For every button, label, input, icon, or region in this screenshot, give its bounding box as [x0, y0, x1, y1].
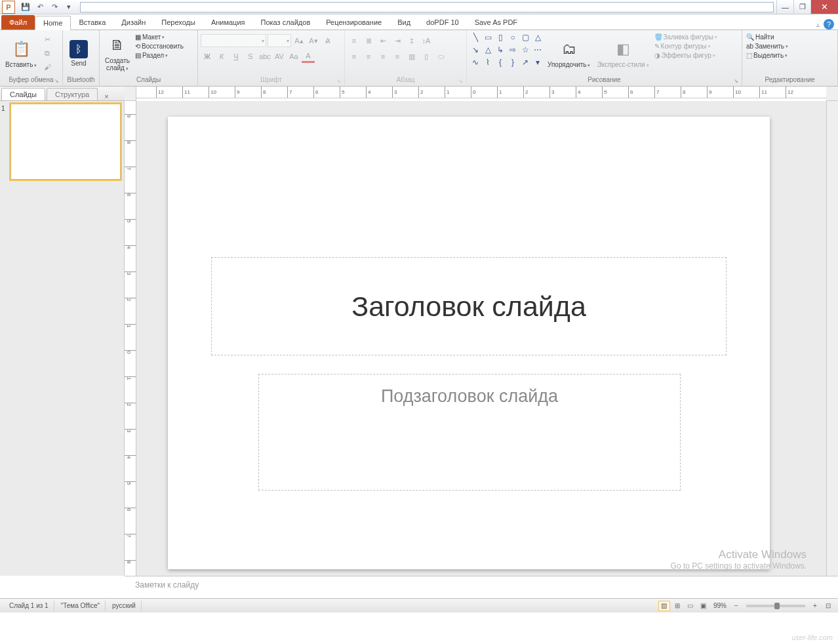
grow-font-icon[interactable]: A▴: [292, 34, 306, 47]
zoom-thumb[interactable]: [774, 603, 780, 609]
view-slideshow-icon[interactable]: ▣: [698, 601, 709, 611]
zoom-slider[interactable]: [746, 605, 805, 607]
minimize-button[interactable]: —: [776, 0, 793, 14]
shape-curve-icon[interactable]: ∿: [469, 56, 481, 68]
strike-icon[interactable]: S: [244, 50, 257, 63]
numbering-icon[interactable]: ≣: [362, 34, 375, 47]
shape-free-icon[interactable]: ⌇: [482, 56, 494, 68]
shape-rect2-icon[interactable]: ▯: [494, 31, 506, 43]
redo-icon[interactable]: ↷: [49, 1, 60, 13]
canvas-area[interactable]: Заголовок слайда Подзаголовок слайда Act…: [136, 101, 826, 576]
ruler-horizontal[interactable]: 1211109876543210123456789101112: [136, 87, 826, 98]
reset-button[interactable]: ⟲ Восстановить: [134, 42, 185, 50]
thumbnail-preview[interactable]: [10, 104, 121, 180]
clipboard-dialog-icon[interactable]: ↘: [54, 78, 61, 85]
tab-savepdf[interactable]: Save As PDF: [467, 15, 525, 30]
shape-brace2-icon[interactable]: }: [507, 56, 519, 68]
save-icon[interactable]: 💾: [20, 1, 31, 13]
pane-close-icon[interactable]: ×: [102, 92, 111, 100]
shape-tri2-icon[interactable]: △: [482, 44, 494, 56]
align-text-icon[interactable]: ▯: [420, 50, 433, 63]
tab-insert[interactable]: Вставка: [71, 15, 113, 30]
font-color-icon[interactable]: A: [302, 50, 315, 63]
bold-icon[interactable]: Ж: [201, 50, 214, 63]
tab-home[interactable]: Home: [35, 16, 71, 30]
shape-rect-icon[interactable]: ▭: [482, 31, 494, 43]
title-input[interactable]: [80, 2, 774, 12]
italic-icon[interactable]: К: [215, 50, 228, 63]
shape-effects-button[interactable]: ◑Эффекты фигур: [653, 51, 719, 60]
bullets-icon[interactable]: ≡: [348, 34, 361, 47]
maximize-button[interactable]: ❐: [793, 0, 810, 14]
tab-animations[interactable]: Анимация: [203, 15, 253, 30]
tab-transitions[interactable]: Переходы: [153, 15, 203, 30]
title-placeholder[interactable]: Заголовок слайда: [211, 257, 727, 355]
font-dialog-icon[interactable]: ↘: [336, 78, 343, 85]
shape-arrow2-icon[interactable]: ⇨: [507, 44, 519, 56]
copy-icon[interactable]: ⧉: [41, 47, 54, 60]
select-button[interactable]: ⬚Выделить: [745, 51, 789, 60]
vertical-scrollbar[interactable]: [826, 101, 838, 576]
shape-tri-icon[interactable]: △: [532, 31, 544, 43]
tab-slideshow[interactable]: Показ слайдов: [253, 15, 319, 30]
zoom-in-icon[interactable]: +: [809, 601, 821, 611]
status-theme[interactable]: "Тема Office": [56, 601, 106, 611]
notes-pane[interactable]: Заметки к слайду: [125, 576, 838, 598]
underline-icon[interactable]: Ч: [229, 50, 243, 63]
drawing-dialog-icon[interactable]: ↘: [734, 78, 740, 85]
indent-inc-icon[interactable]: ⇥: [391, 34, 404, 47]
tab-design[interactable]: Дизайн: [113, 15, 153, 30]
subtitle-placeholder[interactable]: Подзаголовок слайда: [258, 374, 681, 491]
status-language[interactable]: русский: [107, 601, 142, 611]
replace-button[interactable]: abЗаменить: [745, 42, 789, 50]
layout-button[interactable]: ▦ Макет: [134, 33, 185, 41]
tab-review[interactable]: Рецензирование: [318, 15, 389, 30]
qat-customize-icon[interactable]: ▾: [63, 1, 75, 13]
indent-dec-icon[interactable]: ⇤: [376, 34, 389, 47]
align-left-icon[interactable]: ≡: [348, 50, 361, 63]
shape-arrow-icon[interactable]: ↘: [469, 44, 481, 56]
clear-format-icon[interactable]: A̷: [321, 34, 334, 47]
font-size-combo[interactable]: [268, 34, 291, 47]
line-spacing-icon[interactable]: ‡: [405, 34, 418, 47]
tab-view[interactable]: Вид: [389, 15, 418, 30]
help-icon[interactable]: ?: [824, 19, 834, 30]
text-direction-icon[interactable]: ↕A: [420, 34, 433, 47]
shapes-gallery[interactable]: ╲ ▭ ▯ ○ ▢ △ ↘ △ ↳ ⇨ ☆ ⋯ ∿ ⌇ { } ↗ ▾: [469, 31, 544, 68]
zoom-level[interactable]: 99%: [711, 602, 729, 609]
shape-expand-icon[interactable]: ▾: [532, 56, 544, 68]
section-button[interactable]: ▤ Раздел: [134, 51, 185, 60]
shape-more-icon[interactable]: ⋯: [532, 44, 544, 56]
shape-arrow3-icon[interactable]: ↗: [519, 56, 531, 68]
fit-window-icon[interactable]: ⊡: [822, 601, 834, 611]
quick-styles-button[interactable]: ◧ Экспресс-стили: [594, 31, 651, 75]
case-icon[interactable]: Aa: [287, 50, 300, 63]
slide-canvas[interactable]: Заголовок слайда Подзаголовок слайда: [168, 117, 770, 569]
find-button[interactable]: 🔍Найти: [745, 33, 789, 41]
shape-conn-icon[interactable]: ↳: [494, 44, 506, 56]
spacing-icon[interactable]: AV: [273, 50, 286, 63]
status-slide-number[interactable]: Слайд 1 из 1: [4, 601, 54, 611]
view-sorter-icon[interactable]: ⊞: [671, 601, 683, 611]
paragraph-dialog-icon[interactable]: ↘: [458, 78, 465, 85]
smartart-icon[interactable]: ⬭: [434, 50, 447, 63]
new-slide-button[interactable]: 🗎 Создать слайд: [102, 31, 132, 75]
pane-tab-outline[interactable]: Структура: [47, 88, 98, 100]
tab-file[interactable]: Файл: [1, 15, 35, 30]
shape-outline-button[interactable]: ✎Контур фигуры: [653, 42, 719, 50]
align-justify-icon[interactable]: ≡: [391, 50, 404, 63]
shrink-font-icon[interactable]: A▾: [307, 34, 320, 47]
ruler-vertical[interactable]: 9876543210123456789: [125, 101, 136, 576]
cut-icon[interactable]: ✂: [41, 33, 54, 46]
zoom-out-icon[interactable]: −: [730, 601, 742, 611]
arrange-button[interactable]: 🗂 Упорядочить: [545, 31, 593, 75]
shadow-icon[interactable]: abc: [258, 50, 271, 63]
collapse-ribbon-icon[interactable]: ▵: [816, 21, 820, 28]
close-button[interactable]: ✕: [810, 0, 838, 14]
align-right-icon[interactable]: ≡: [376, 50, 389, 63]
pane-tab-slides[interactable]: Слайды: [1, 88, 45, 100]
shape-oval-icon[interactable]: ○: [507, 31, 519, 43]
view-normal-icon[interactable]: ▧: [658, 601, 670, 611]
font-family-combo[interactable]: [201, 34, 266, 47]
shape-star-icon[interactable]: ☆: [519, 44, 531, 56]
